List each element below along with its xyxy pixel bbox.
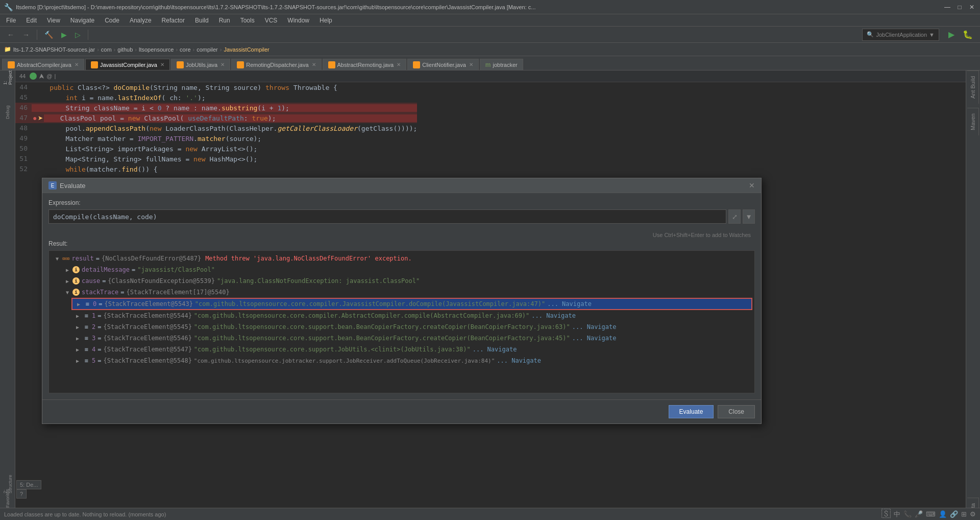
dialog-close-footer-btn[interactable]: Close <box>718 405 755 418</box>
line-num-44: 44 <box>15 82 32 92</box>
result-cause[interactable]: ▶ i cause = {ClassNotFoundException@5539… <box>61 275 752 287</box>
result-stack-0[interactable]: ▶ ≡ 0 = {StackTraceElement@5543} "com.gi… <box>71 298 752 310</box>
result-stack-5[interactable]: ▶ ≡ 5 = {StackTraceElement@5548} "com.gi… <box>71 355 752 366</box>
close-btn[interactable]: ✕ <box>968 3 976 11</box>
navigate-3-link[interactable]: ... Navigate <box>572 335 617 342</box>
maximize-btn[interactable]: □ <box>955 3 964 11</box>
menu-file[interactable]: File <box>2 16 20 25</box>
menu-analyze[interactable]: Analyze <box>126 16 156 25</box>
tab-close-remoting-dispatcher[interactable]: ✕ <box>312 62 316 67</box>
result-stack-1[interactable]: ▶ ≡ 1 = {StackTraceElement@5544} "com.gi… <box>71 310 752 321</box>
expand-stack5-btn[interactable]: ▶ <box>74 357 82 365</box>
tab-close-client-notifier[interactable]: ✕ <box>469 62 473 67</box>
menu-run[interactable]: Run <box>215 16 234 25</box>
forward-btn[interactable]: → <box>19 30 33 40</box>
help-btn[interactable]: ? <box>16 489 27 499</box>
menu-build[interactable]: Build <box>191 16 213 25</box>
sidebar-project[interactable]: 1: Project <box>3 73 13 83</box>
minimize-btn[interactable]: — <box>943 3 951 11</box>
stack0-icon: ≡ <box>84 300 91 308</box>
back-btn[interactable]: ← <box>4 30 17 40</box>
ant-build-tab[interactable]: Ant Build <box>967 70 979 104</box>
expand-stack3-btn[interactable]: ▶ <box>74 334 82 342</box>
result-stack-3[interactable]: ▶ ≡ 3 = {StackTraceElement@5546} "com.gi… <box>71 333 752 344</box>
evaluate-btn[interactable]: Evaluate <box>669 405 714 418</box>
line-num-47: 47 <box>15 113 32 123</box>
menu-tools[interactable]: Tools <box>236 16 259 25</box>
expand-stack1-btn[interactable]: ▶ <box>74 312 82 320</box>
tab-close-job-utils[interactable]: ✕ <box>220 62 225 67</box>
tab-client-notifier[interactable]: ClientNotifier.java ✕ <box>407 59 479 70</box>
tab-jobtracker[interactable]: m jobtracker <box>480 59 523 70</box>
menu-navigate[interactable]: Navigate <box>66 16 99 25</box>
result-stacktrace[interactable]: ▼ i stackTrace = {StackTraceElement[17]@… <box>61 287 752 298</box>
tab-close-abstract-remoting[interactable]: ✕ <box>397 62 401 67</box>
breadcrumb-core[interactable]: core <box>180 46 190 53</box>
sidebar-debug[interactable]: Debug <box>3 107 13 117</box>
navigate-5-link[interactable]: ... Navigate <box>497 357 541 364</box>
tab-abstract-remoting[interactable]: AbstractRemoting.java ✕ <box>323 59 407 70</box>
info-icon-detail: i <box>72 266 80 273</box>
breadcrumb-com[interactable]: com <box>101 46 112 53</box>
tab-abstract-compiler[interactable]: AbstractCompiler.java ✕ <box>2 59 84 70</box>
code-line-44: public Class<?> doCompile(String name, S… <box>32 84 337 91</box>
tab-close-javassist-compiler[interactable]: ✕ <box>160 62 164 67</box>
expression-input[interactable] <box>48 209 726 224</box>
tray-phone-icon[interactable]: 📞 <box>903 510 912 518</box>
expand-stack0-btn[interactable]: ▶ <box>75 300 83 308</box>
navigate-1-link[interactable]: ... Navigate <box>531 312 576 319</box>
menu-window[interactable]: Window <box>283 16 313 25</box>
tray-mic-icon[interactable]: 🎤 <box>915 510 923 518</box>
tab-job-utils[interactable]: JobUtils.java ✕ <box>171 59 230 70</box>
expand-cause-btn[interactable]: ▶ <box>63 277 71 285</box>
tray-user-icon[interactable]: 👤 <box>939 510 947 518</box>
result-area[interactable]: ▼ ∞∞ result = {NoClassDefFoundError@5487… <box>48 250 755 393</box>
tab-close-abstract-compiler[interactable]: ✕ <box>75 62 79 67</box>
debug-btn[interactable]: ▶ <box>58 30 70 40</box>
menu-vcs[interactable]: VCS <box>261 16 282 25</box>
expand-root-btn[interactable]: ▼ <box>53 254 61 263</box>
expr-expand-btn[interactable]: ⤢ <box>728 209 741 224</box>
expand-stacktrace-btn[interactable]: ▼ <box>63 288 71 296</box>
menu-code[interactable]: Code <box>101 16 124 25</box>
result-stack-4[interactable]: ▶ ≡ 4 = {StackTraceElement@5547} "com.gi… <box>71 344 752 355</box>
expand-detail-btn[interactable]: ▶ <box>63 266 71 274</box>
tray-settings-icon[interactable]: ⚙ <box>970 510 976 518</box>
navigate-0-link[interactable]: ... Navigate <box>547 300 592 308</box>
result-stack-2[interactable]: ▶ ≡ 2 = {StackTraceElement@5545} "com.gi… <box>71 321 752 333</box>
tab-javassist-compiler[interactable]: JavassistCompiler.java ✕ <box>85 59 170 70</box>
result-detail-message[interactable]: ▶ i detailMessage = "javassist/ClassPool… <box>61 264 752 275</box>
result-label: Result: <box>48 240 755 247</box>
build-btn[interactable]: 🔨 <box>41 30 56 40</box>
expr-dropdown-btn[interactable]: ▼ <box>743 209 755 224</box>
tray-apps-icon[interactable]: ⊞ <box>961 510 967 518</box>
sidebar-favorites[interactable]: Favorites <box>3 493 13 504</box>
breadcrumb-lts[interactable]: ltsopensource <box>139 46 174 53</box>
breadcrumb-class[interactable]: JavassistCompiler <box>224 46 269 53</box>
navigate-4-link[interactable]: ... Navigate <box>473 346 517 353</box>
breadcrumb-compiler[interactable]: compiler <box>197 46 218 53</box>
maven-tab[interactable]: Maven <box>967 108 979 135</box>
tab-icon-client-notifier <box>413 61 420 68</box>
dialog-close-btn[interactable]: ✕ <box>749 181 755 190</box>
menu-edit[interactable]: Edit <box>22 16 41 25</box>
expand-stack2-btn[interactable]: ▶ <box>74 323 82 331</box>
tray-lang-icon[interactable]: 中 <box>894 510 900 519</box>
expand-stack4-btn[interactable]: ▶ <box>74 345 82 353</box>
menu-help[interactable]: Help <box>315 16 336 25</box>
breadcrumb-github[interactable]: github <box>117 46 133 53</box>
result-root[interactable]: ▼ ∞∞ result = {NoClassDefFoundError@5487… <box>51 253 752 264</box>
tray-s-icon[interactable]: 🇸 <box>881 509 891 519</box>
menu-view[interactable]: View <box>43 16 64 25</box>
debug-config-btn[interactable]: 🐛 <box>960 29 976 40</box>
sidebar-structure[interactable]: 2: Structure <box>3 479 13 489</box>
run-btn[interactable]: ▷ <box>72 30 84 40</box>
menu-refactor[interactable]: Refactor <box>158 16 189 25</box>
run-config-btn[interactable]: ▶ <box>945 29 958 40</box>
tab-remoting-dispatcher[interactable]: RemotingDispatcher.java ✕ <box>231 59 321 70</box>
navigate-2-link[interactable]: ... Navigate <box>572 323 617 330</box>
tray-share-icon[interactable]: 🔗 <box>950 510 958 518</box>
breadcrumb-jar[interactable]: lts-1.7.2-SNAPSHOT-sources.jar <box>13 46 95 53</box>
debug-panel-label[interactable]: 5: De... <box>16 480 41 489</box>
tray-keyboard-icon[interactable]: ⌨ <box>926 510 936 518</box>
